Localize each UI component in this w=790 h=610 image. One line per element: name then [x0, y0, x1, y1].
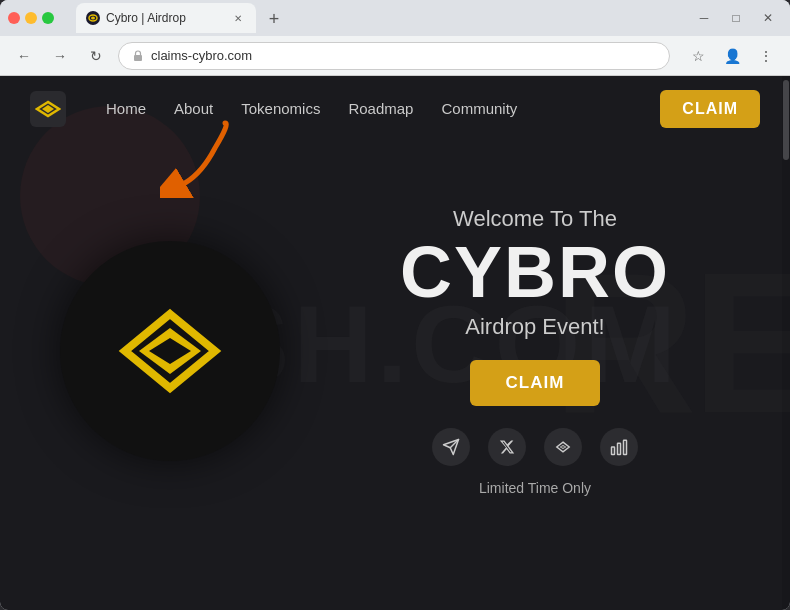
claim-nav-button[interactable]: CLAIM — [660, 90, 760, 128]
nav-about[interactable]: About — [174, 100, 213, 117]
menu-button[interactable]: ⋮ — [752, 42, 780, 70]
hero-welcome: Welcome To The — [453, 206, 617, 232]
social-icons-row — [432, 428, 638, 466]
site-logo[interactable] — [30, 91, 66, 127]
back-button[interactable]: ← — [10, 42, 38, 70]
nav-community[interactable]: Community — [441, 100, 517, 117]
browser-frame: Cybro | Airdrop ✕ + ─ □ ✕ ← → ↻ claims-c… — [0, 0, 790, 610]
svg-point-1 — [91, 17, 95, 20]
address-bar-row: ← → ↻ claims-cybro.com ☆ 👤 ⋮ — [0, 36, 790, 76]
tab-close-button[interactable]: ✕ — [230, 10, 246, 26]
url-text: claims-cybro.com — [151, 48, 252, 63]
nav-community-label: Community — [441, 100, 517, 117]
scrollbar[interactable] — [782, 76, 790, 610]
browser-tab[interactable]: Cybro | Airdrop ✕ — [76, 3, 256, 33]
nav-about-label: About — [174, 100, 213, 117]
nav-roadmap-label: Roadmap — [348, 100, 413, 117]
twitter-icon[interactable] — [488, 428, 526, 466]
chart-social-icon[interactable] — [600, 428, 638, 466]
account-button[interactable]: 👤 — [718, 42, 746, 70]
site-navbar: Home About Tokenomics Roadmap Community … — [0, 76, 790, 141]
website-content: FISH.COM RE — [0, 76, 790, 610]
restore-button[interactable]: □ — [722, 6, 750, 30]
hero-subtitle: Airdrop Event! — [465, 314, 604, 340]
minimize-window-button[interactable] — [25, 12, 37, 24]
bookmark-button[interactable]: ☆ — [684, 42, 712, 70]
limited-time-text: Limited Time Only — [479, 480, 591, 496]
nav-roadmap[interactable]: Roadmap — [348, 100, 413, 117]
svg-rect-12 — [624, 440, 627, 454]
claim-hero-button[interactable]: CLAIM — [470, 360, 601, 406]
hero-section: Welcome To The CYBRO Airdrop Event! CLAI… — [0, 141, 790, 561]
title-bar: Cybro | Airdrop ✕ + ─ □ ✕ — [0, 0, 790, 36]
lock-icon — [131, 49, 145, 63]
address-bar[interactable]: claims-cybro.com — [118, 42, 670, 70]
telegram-icon[interactable] — [432, 428, 470, 466]
address-bar-icons: ☆ 👤 ⋮ — [684, 42, 780, 70]
svg-rect-2 — [134, 55, 142, 61]
hero-title: CYBRO — [400, 236, 670, 308]
cybro-social-icon[interactable] — [544, 428, 582, 466]
tab-bar: Cybro | Airdrop ✕ + — [68, 3, 684, 33]
close-window-button[interactable] — [8, 12, 20, 24]
hero-logo-circle — [60, 241, 280, 461]
tab-title-text: Cybro | Airdrop — [106, 11, 224, 25]
minimize-button[interactable]: ─ — [690, 6, 718, 30]
nav-home[interactable]: Home — [106, 100, 146, 117]
svg-rect-11 — [618, 443, 621, 454]
scrollbar-thumb[interactable] — [783, 80, 789, 160]
tab-favicon — [86, 11, 100, 25]
nav-tokenomics-label: Tokenomics — [241, 100, 320, 117]
hero-logo-svg — [105, 306, 235, 396]
maximize-window-button[interactable] — [42, 12, 54, 24]
hero-text-area: Welcome To The CYBRO Airdrop Event! CLAI… — [340, 206, 730, 496]
svg-rect-10 — [612, 447, 615, 455]
logo-icon — [30, 91, 66, 127]
close-button[interactable]: ✕ — [754, 6, 782, 30]
reload-button[interactable]: ↻ — [82, 42, 110, 70]
forward-button[interactable]: → — [46, 42, 74, 70]
nav-links: Home About Tokenomics Roadmap Community — [106, 100, 517, 117]
new-tab-button[interactable]: + — [260, 5, 288, 33]
nav-tokenomics[interactable]: Tokenomics — [241, 100, 320, 117]
